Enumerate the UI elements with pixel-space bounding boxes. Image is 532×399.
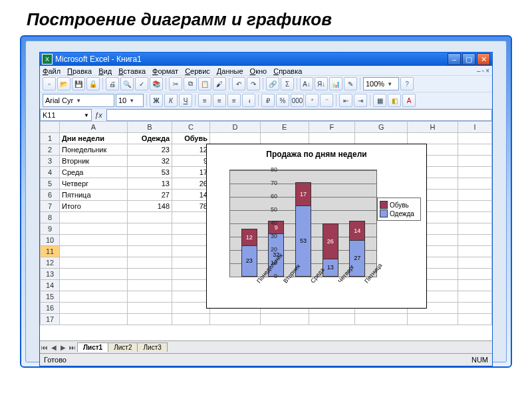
dec-indent-button[interactable]: ⇤ [339, 94, 352, 107]
row-header-1[interactable]: 1 [41, 133, 60, 144]
cell-C8[interactable] [172, 212, 210, 223]
cell-C15[interactable] [172, 291, 210, 303]
menu-формат[interactable]: Формат [152, 67, 178, 75]
cell-F1[interactable] [309, 133, 355, 144]
cell-B16[interactable] [128, 303, 172, 314]
cell-A16[interactable] [60, 303, 128, 314]
cell-D1[interactable] [210, 133, 261, 144]
cell-I16[interactable] [458, 303, 491, 314]
cell-I6[interactable] [458, 190, 491, 201]
autosum-button[interactable]: Σ [281, 77, 294, 90]
bar-seg-odezhda-3[interactable]: 13 [323, 258, 338, 277]
cell-A12[interactable] [60, 257, 128, 269]
cell-I2[interactable] [458, 144, 491, 156]
cell-C7[interactable]: 78 [172, 201, 210, 212]
row-header-8[interactable]: 8 [41, 212, 60, 223]
col-header-C[interactable]: C [172, 122, 210, 133]
tab-nav-next[interactable]: ▶ [59, 344, 68, 351]
doc-minimize-button[interactable]: – [477, 67, 481, 75]
bar-seg-obuv-2[interactable]: 17 [295, 182, 311, 206]
cell-C12[interactable] [172, 257, 210, 269]
cell-A7[interactable]: Итого [60, 201, 128, 212]
sheet-tab-Лист3[interactable]: Лист3 [137, 342, 167, 352]
bar-seg-odezhda-0[interactable]: 23 [241, 245, 257, 277]
drawing-button[interactable]: ✎ [344, 77, 357, 90]
cell-I13[interactable] [458, 269, 491, 280]
row-header-14[interactable]: 14 [41, 280, 60, 291]
spell-button[interactable]: ✓ [135, 77, 148, 90]
hyperlink-button[interactable]: 🔗 [266, 77, 279, 90]
format-painter-button[interactable]: 🖌 [213, 77, 226, 90]
cell-I10[interactable] [458, 235, 491, 246]
cell-B5[interactable]: 13 [128, 178, 172, 190]
bar-seg-obuv-4[interactable]: 14 [349, 221, 365, 241]
merge-button[interactable]: ⫞ [242, 94, 255, 107]
select-all[interactable] [41, 122, 60, 133]
cell-A2[interactable]: Понедельник [60, 144, 128, 156]
row-header-4[interactable]: 4 [41, 167, 60, 178]
bar-seg-obuv-0[interactable]: 12 [241, 229, 257, 246]
cell-D17[interactable] [210, 314, 261, 325]
cell-I12[interactable] [458, 257, 491, 269]
col-header-E[interactable]: E [260, 122, 309, 133]
print-button[interactable]: 🖨 [106, 77, 119, 90]
formula-bar[interactable] [106, 109, 492, 121]
font-color-button[interactable]: A [402, 94, 416, 107]
cell-A4[interactable]: Среда [60, 167, 128, 178]
cell-C2[interactable]: 12 [172, 144, 210, 156]
sheet-tab-Лист2[interactable]: Лист2 [108, 342, 138, 352]
cell-A3[interactable]: Вторник [60, 156, 128, 167]
cell-C9[interactable] [172, 223, 210, 235]
tab-nav-last[interactable]: ⏭ [68, 344, 77, 351]
cell-I8[interactable] [458, 212, 491, 223]
borders-button[interactable]: ▦ [373, 94, 386, 107]
cell-C13[interactable] [172, 269, 210, 280]
cell-C5[interactable]: 26 [172, 178, 210, 190]
menu-данные[interactable]: Данные [217, 67, 243, 75]
cell-I5[interactable] [458, 178, 491, 190]
save-button[interactable]: 💾 [72, 77, 85, 90]
dec-decimal-button[interactable]: ⁻ [320, 94, 333, 107]
cell-B1[interactable]: Одежда [128, 133, 172, 144]
cell-E1[interactable] [260, 133, 309, 144]
cell-G1[interactable] [355, 133, 408, 144]
cell-C17[interactable] [172, 314, 210, 325]
cell-C14[interactable] [172, 280, 210, 291]
cell-C4[interactable]: 17 [172, 167, 210, 178]
cell-B2[interactable]: 23 [128, 144, 172, 156]
cell-C16[interactable] [172, 303, 210, 314]
embedded-chart[interactable]: Продажа по дням недели 23123295317132627… [206, 144, 427, 309]
paste-button[interactable]: 📋 [198, 77, 211, 90]
comma-button[interactable]: 000 [291, 94, 304, 107]
cell-A1[interactable]: Дни недели [60, 133, 128, 144]
minimize-button[interactable]: – [448, 53, 461, 65]
legend-item-Одежда[interactable]: Одежда [380, 209, 418, 217]
row-header-9[interactable]: 9 [41, 223, 60, 235]
menu-вид[interactable]: Вид [98, 67, 112, 75]
row-header-13[interactable]: 13 [41, 269, 60, 280]
copy-button[interactable]: ⧉ [184, 77, 197, 90]
cell-I15[interactable] [458, 291, 491, 303]
chart-plot-area[interactable]: 2312329531713262714 [229, 170, 377, 277]
cell-B7[interactable]: 148 [128, 201, 172, 212]
cell-C10[interactable] [172, 235, 210, 246]
cell-C1[interactable]: Обувь [172, 133, 210, 144]
cell-B10[interactable] [128, 235, 172, 246]
sort-desc-button[interactable]: Я↓ [315, 77, 328, 90]
doc-restore-button[interactable]: ▫ [482, 67, 485, 75]
col-header-G[interactable]: G [355, 122, 408, 133]
cell-H1[interactable] [408, 133, 458, 144]
spreadsheet[interactable]: ABCDEFGHI1Дни неделиОдеждаОбувь2Понедель… [40, 121, 492, 340]
new-button[interactable]: ▫ [43, 77, 56, 90]
redo-button[interactable]: ↷ [247, 77, 260, 90]
cell-B15[interactable] [128, 291, 172, 303]
menu-правка[interactable]: Правка [67, 67, 92, 75]
cell-C11[interactable] [172, 246, 210, 257]
cell-F17[interactable] [309, 314, 355, 325]
legend-item-Обувь[interactable]: Обувь [380, 201, 418, 209]
bar-seg-obuv-3[interactable]: 26 [323, 223, 338, 259]
sheet-tab-Лист1[interactable]: Лист1 [77, 342, 108, 352]
sort-asc-button[interactable]: A↓ [300, 77, 313, 90]
maximize-button[interactable]: ▢ [462, 53, 475, 65]
menu-файл[interactable]: Файл [43, 67, 61, 75]
